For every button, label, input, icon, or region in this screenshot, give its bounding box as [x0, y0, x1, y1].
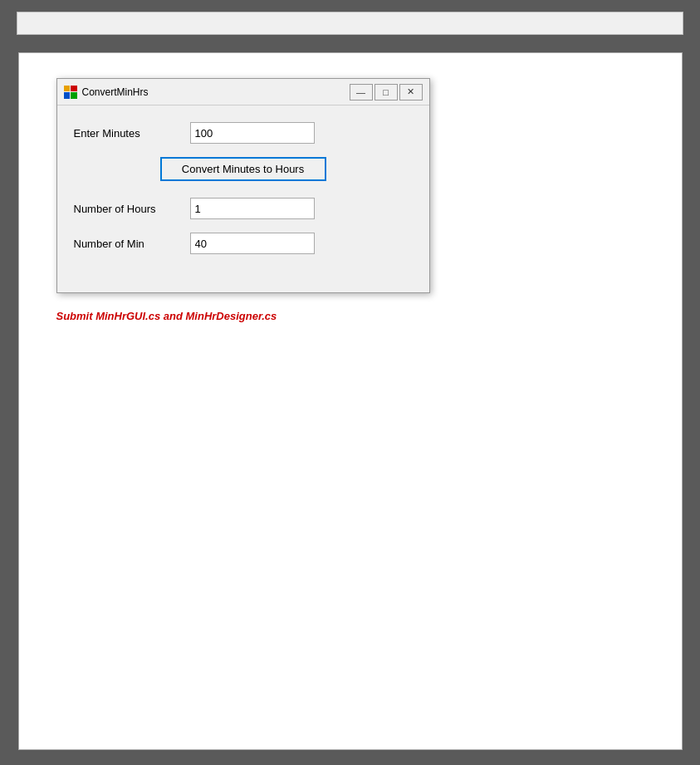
enter-minutes-input[interactable]: [190, 122, 315, 144]
convert-button[interactable]: Convert Minutes to Hours: [160, 157, 326, 181]
submit-text: Submit MinHrGUI.cs and MinHrDesigner.cs: [56, 310, 657, 322]
content-area: ConvertMinHrs — □ ✕ Enter Minutes Conver…: [0, 46, 700, 757]
dialog-titlebar: ConvertMinHrs — □ ✕: [57, 79, 429, 105]
top-bar: [0, 0, 700, 46]
dialog-title-left: ConvertMinHrs: [64, 86, 149, 99]
dialog-body: Enter Minutes Convert Minutes to Hours N…: [57, 105, 429, 292]
maximize-button[interactable]: □: [374, 84, 398, 101]
number-of-min-label: Number of Min: [74, 238, 190, 250]
dialog-title: ConvertMinHrs: [82, 86, 149, 98]
dialog-controls: — □ ✕: [350, 84, 423, 101]
address-bar[interactable]: [17, 12, 683, 35]
close-button[interactable]: ✕: [399, 84, 423, 101]
enter-minutes-row: Enter Minutes: [74, 122, 413, 144]
enter-minutes-label: Enter Minutes: [74, 127, 190, 140]
number-of-min-input[interactable]: [190, 233, 315, 254]
button-row: Convert Minutes to Hours: [74, 157, 413, 181]
minimize-button[interactable]: —: [350, 84, 373, 101]
number-of-hours-row: Number of Hours: [74, 198, 413, 219]
number-of-hours-label: Number of Hours: [74, 203, 190, 215]
dialog: ConvertMinHrs — □ ✕ Enter Minutes Conver…: [56, 78, 430, 293]
number-of-hours-input[interactable]: [190, 198, 315, 219]
app-icon: [64, 86, 77, 99]
white-page: ConvertMinHrs — □ ✕ Enter Minutes Conver…: [18, 52, 683, 750]
number-of-min-row: Number of Min: [74, 233, 413, 254]
